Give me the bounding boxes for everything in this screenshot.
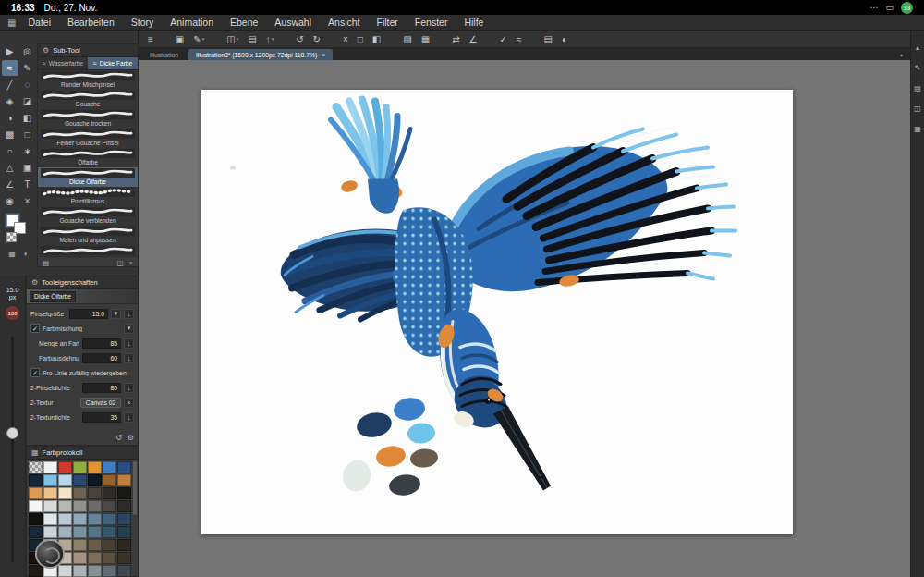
eraser-tool[interactable]: ◪ [19,93,36,109]
color-swatch[interactable] [117,500,131,512]
menu-item[interactable]: Animation [162,17,222,28]
color-swatch[interactable] [43,526,57,538]
snap-ruler-icon[interactable]: ∠ ▾ [466,32,481,45]
slider-dropdown-icon[interactable]: ▾ [111,309,121,319]
property-value[interactable]: 35 [82,412,121,423]
brush-item[interactable]: Gouache verblenden [38,206,138,226]
color-swatch[interactable] [73,461,87,473]
blend-tool[interactable]: ◑ [2,110,18,126]
color-swatch[interactable] [88,565,102,577]
brush-item[interactable]: Pointillismus [38,187,138,206]
color-swatch[interactable] [88,461,102,473]
menu-item[interactable]: Hilfe [456,17,492,28]
color-swatch[interactable] [103,461,116,473]
property-value[interactable]: 15.0 [69,309,108,319]
menu-item[interactable]: Story [123,17,163,28]
menu-item[interactable]: Ebene [222,17,266,28]
menu-item[interactable]: Filter [369,17,407,28]
balloon-tool[interactable]: ◉ [2,193,18,209]
color-swatch[interactable] [73,539,87,551]
expand-icon[interactable]: ▾ [124,324,134,334]
menu-item[interactable]: Bearbeiten [59,17,123,28]
layers-panel-icon[interactable]: ▤ [914,84,921,92]
menu-item[interactable]: Ansicht [320,17,368,28]
gradient-tool[interactable]: ▩ [2,127,18,142]
color-swatch[interactable] [88,513,102,525]
color-swatch[interactable] [58,461,72,473]
color-swatch[interactable] [117,474,131,486]
brush-size-slider-track[interactable] [11,337,14,562]
color-swatch[interactable] [58,565,72,577]
color-swatch[interactable] [58,474,72,486]
delete-texture-icon[interactable]: × [124,398,134,408]
color-swatch[interactable] [103,513,116,525]
shape-tool[interactable]: △ [2,160,18,176]
color-swatch[interactable] [103,500,116,512]
color-history-header[interactable]: ▦ Farbprotokoll [27,447,138,460]
color-swatch[interactable] [88,500,102,512]
fill-icon[interactable]: ▨ ▾ [399,32,415,45]
crop-icon[interactable]: ◧ ▾ [369,32,384,45]
pen-pressure-icon[interactable]: ↓ [124,353,134,363]
color-swatch[interactable] [58,526,72,538]
import-icon[interactable]: ▤ ▾ [244,32,260,45]
color-swatch[interactable] [103,474,116,486]
color-swatch[interactable] [43,474,57,486]
color-swatch[interactable] [117,552,131,564]
brush-item[interactable]: Gouache [38,90,138,109]
opacity-badge[interactable]: 100 [6,306,19,320]
color-swatch[interactable] [43,461,57,473]
color-swatch[interactable] [103,539,116,551]
color-swatch[interactable] [29,461,43,473]
property-value[interactable]: Canvas 02 [80,398,121,408]
color-swatch[interactable] [43,513,57,525]
color-swatch[interactable] [117,513,131,525]
canvas[interactable] [201,90,793,534]
decoration-tool[interactable]: ◈ [2,93,18,109]
pen-settings-panel-icon[interactable]: ✎ [915,64,921,72]
collapse-chevron-icon[interactable]: ▴ [916,43,919,52]
tool-properties-header[interactable]: ⚙ Tooleigenschaften [27,276,138,289]
color-swatch[interactable] [117,539,131,551]
brush-item[interactable]: Gouache trocken [38,109,138,129]
color-swatch[interactable] [73,565,87,577]
color-swatch[interactable] [88,487,102,499]
checkbox[interactable]: ✓ [30,324,40,333]
color-swatch[interactable] [73,552,87,564]
tab-list-chevron-icon[interactable]: ▾ [900,52,906,60]
color-swatch[interactable] [29,500,43,512]
fill-tool[interactable]: ◧ [19,110,36,126]
close-tab-icon[interactable]: × [322,52,325,58]
color-swatch[interactable] [73,526,87,538]
brush-item[interactable]: Malen und anpassen [38,226,138,245]
canvas-viewport[interactable] [139,60,910,577]
color-swatch[interactable] [29,526,43,538]
undo-icon[interactable]: ↺ ▾ [292,32,307,45]
color-swatch[interactable] [58,513,72,525]
color-swatch[interactable] [58,500,72,512]
save-icon[interactable]: ◫ ▾ [223,32,242,45]
menu-item[interactable]: Auswahl [266,17,320,28]
pen-pressure-icon[interactable]: ↓ [124,412,134,423]
deselect-icon[interactable]: □ ▾ [354,32,367,45]
menu-item[interactable]: Datei [19,17,59,28]
redo-icon[interactable]: ↻ ▾ [310,32,324,45]
color-swatch[interactable] [29,513,43,525]
correct-line-tool[interactable]: × [19,193,36,209]
color-swatch[interactable] [88,526,102,538]
main-menu-icon[interactable]: ≡ ▾ [144,32,157,45]
brush-item[interactable]: Runder Mischpinsel [38,70,138,90]
delete-subtool-icon[interactable]: × [129,259,133,267]
pen-pressure-icon[interactable]: ↓ [124,309,134,319]
subtool-panel-header[interactable]: ⚙ Sub-Tool [38,44,138,57]
color-swatch[interactable] [103,526,116,538]
brush-item[interactable]: Ölfarbe [38,148,138,167]
brush-detail-icon[interactable]: ⚙ [128,434,134,442]
transparent-color-chip[interactable] [6,232,17,242]
pen-pressure-icon[interactable]: ↓ [124,383,134,393]
color-swatch[interactable] [88,539,102,551]
color-swatch[interactable] [43,487,57,499]
color-swatch[interactable] [73,487,87,499]
property-value[interactable]: 85 [82,338,121,349]
reset-settings-icon[interactable]: ↺ [116,434,122,442]
